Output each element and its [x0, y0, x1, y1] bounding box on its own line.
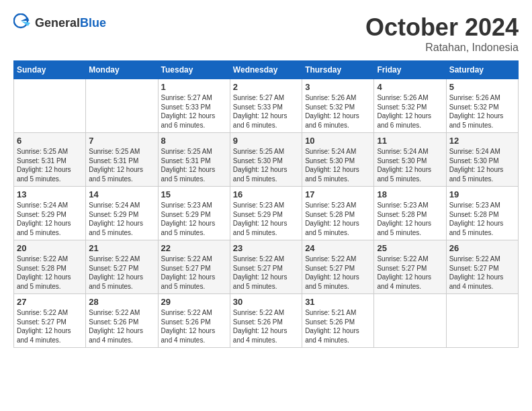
day-number: 7 [89, 136, 154, 146]
day-detail: Sunrise: 5:22 AM Sunset: 5:28 PM Dayligh… [17, 255, 83, 291]
day-detail: Sunrise: 5:22 AM Sunset: 5:26 PM Dayligh… [233, 308, 299, 345]
day-number: 3 [305, 82, 371, 92]
calendar-cell: 21Sunrise: 5:22 AM Sunset: 5:27 PM Dayli… [86, 240, 158, 294]
day-detail: Sunrise: 5:24 AM Sunset: 5:30 PM Dayligh… [377, 147, 443, 183]
day-number: 24 [305, 243, 371, 253]
calendar-table: SundayMondayTuesdayWednesdayThursdayFrid… [13, 60, 519, 348]
day-detail: Sunrise: 5:22 AM Sunset: 5:27 PM Dayligh… [449, 255, 515, 291]
day-number: 12 [449, 136, 515, 146]
day-number: 27 [17, 297, 83, 307]
day-number: 14 [89, 189, 154, 199]
calendar-cell: 8Sunrise: 5:25 AM Sunset: 5:31 PM Daylig… [158, 133, 230, 187]
calendar-cell: 12Sunrise: 5:24 AM Sunset: 5:30 PM Dayli… [446, 133, 518, 187]
day-number: 23 [233, 243, 299, 253]
day-number: 9 [233, 136, 299, 146]
day-detail: Sunrise: 5:22 AM Sunset: 5:27 PM Dayligh… [17, 308, 83, 345]
day-number: 19 [449, 189, 515, 199]
calendar-cell: 27Sunrise: 5:22 AM Sunset: 5:27 PM Dayli… [14, 294, 86, 348]
calendar-cell: 25Sunrise: 5:22 AM Sunset: 5:27 PM Dayli… [374, 240, 446, 294]
calendar-cell: 16Sunrise: 5:23 AM Sunset: 5:29 PM Dayli… [230, 187, 302, 240]
day-number: 11 [377, 136, 443, 146]
day-number: 15 [161, 189, 227, 199]
column-header-monday: Monday [86, 61, 158, 79]
calendar-cell: 13Sunrise: 5:24 AM Sunset: 5:29 PM Dayli… [14, 187, 86, 240]
column-header-friday: Friday [374, 61, 446, 79]
logo-blue: Blue [80, 16, 106, 30]
column-header-thursday: Thursday [302, 61, 374, 79]
calendar-cell: 20Sunrise: 5:22 AM Sunset: 5:28 PM Dayli… [14, 240, 86, 294]
day-number: 5 [449, 82, 515, 92]
calendar-cell: 1Sunrise: 5:27 AM Sunset: 5:33 PM Daylig… [158, 79, 230, 133]
day-number: 2 [233, 82, 299, 92]
calendar-cell: 4Sunrise: 5:26 AM Sunset: 5:32 PM Daylig… [374, 79, 446, 133]
week-row-3: 13Sunrise: 5:24 AM Sunset: 5:29 PM Dayli… [14, 187, 519, 240]
calendar-cell: 28Sunrise: 5:22 AM Sunset: 5:26 PM Dayli… [86, 294, 158, 348]
calendar-cell: 23Sunrise: 5:22 AM Sunset: 5:27 PM Dayli… [230, 240, 302, 294]
calendar-cell: 15Sunrise: 5:23 AM Sunset: 5:29 PM Dayli… [158, 187, 230, 240]
day-detail: Sunrise: 5:25 AM Sunset: 5:31 PM Dayligh… [89, 147, 154, 183]
day-number: 17 [305, 189, 371, 199]
day-number: 6 [17, 136, 83, 146]
calendar-cell: 22Sunrise: 5:22 AM Sunset: 5:27 PM Dayli… [158, 240, 230, 294]
calendar-cell: 30Sunrise: 5:22 AM Sunset: 5:26 PM Dayli… [230, 294, 302, 348]
day-detail: Sunrise: 5:27 AM Sunset: 5:33 PM Dayligh… [233, 93, 299, 130]
day-detail: Sunrise: 5:22 AM Sunset: 5:27 PM Dayligh… [233, 255, 299, 291]
week-row-1: 1Sunrise: 5:27 AM Sunset: 5:33 PM Daylig… [14, 79, 519, 133]
day-detail: Sunrise: 5:22 AM Sunset: 5:26 PM Dayligh… [89, 308, 154, 345]
day-detail: Sunrise: 5:23 AM Sunset: 5:28 PM Dayligh… [305, 201, 371, 237]
day-detail: Sunrise: 5:22 AM Sunset: 5:27 PM Dayligh… [89, 255, 154, 291]
calendar-cell: 2Sunrise: 5:27 AM Sunset: 5:33 PM Daylig… [230, 79, 302, 133]
day-detail: Sunrise: 5:27 AM Sunset: 5:33 PM Dayligh… [161, 93, 227, 130]
column-header-tuesday: Tuesday [158, 61, 230, 79]
day-detail: Sunrise: 5:21 AM Sunset: 5:26 PM Dayligh… [305, 308, 371, 345]
logo-general: General [35, 16, 80, 30]
day-number: 1 [161, 82, 227, 92]
calendar-header-row: SundayMondayTuesdayWednesdayThursdayFrid… [14, 61, 519, 79]
day-number: 21 [89, 243, 154, 253]
calendar-cell: 9Sunrise: 5:25 AM Sunset: 5:30 PM Daylig… [230, 133, 302, 187]
month-title: October 2024 [365, 13, 519, 42]
day-number: 13 [17, 189, 83, 199]
day-number: 25 [377, 243, 443, 253]
day-detail: Sunrise: 5:23 AM Sunset: 5:29 PM Dayligh… [161, 201, 227, 237]
calendar-cell: 24Sunrise: 5:22 AM Sunset: 5:27 PM Dayli… [302, 240, 374, 294]
day-number: 29 [161, 297, 227, 307]
calendar-cell: 10Sunrise: 5:24 AM Sunset: 5:30 PM Dayli… [302, 133, 374, 187]
day-detail: Sunrise: 5:26 AM Sunset: 5:32 PM Dayligh… [377, 93, 443, 130]
day-number: 8 [161, 136, 227, 146]
day-number: 31 [305, 297, 371, 307]
week-row-2: 6Sunrise: 5:25 AM Sunset: 5:31 PM Daylig… [14, 133, 519, 187]
logo-text: GeneralBlue [35, 16, 106, 30]
week-row-4: 20Sunrise: 5:22 AM Sunset: 5:28 PM Dayli… [14, 240, 519, 294]
day-detail: Sunrise: 5:23 AM Sunset: 5:28 PM Dayligh… [449, 201, 515, 237]
page-header: GeneralBlue October 2024 Ratahan, Indone… [13, 13, 519, 54]
calendar-cell [374, 294, 446, 348]
title-block: October 2024 Ratahan, Indonesia [365, 13, 519, 54]
column-header-sunday: Sunday [14, 61, 86, 79]
day-detail: Sunrise: 5:25 AM Sunset: 5:31 PM Dayligh… [161, 147, 227, 183]
day-detail: Sunrise: 5:22 AM Sunset: 5:27 PM Dayligh… [305, 255, 371, 291]
calendar-cell: 7Sunrise: 5:25 AM Sunset: 5:31 PM Daylig… [86, 133, 158, 187]
calendar-cell: 11Sunrise: 5:24 AM Sunset: 5:30 PM Dayli… [374, 133, 446, 187]
day-number: 18 [377, 189, 443, 199]
week-row-5: 27Sunrise: 5:22 AM Sunset: 5:27 PM Dayli… [14, 294, 519, 348]
calendar-cell: 29Sunrise: 5:22 AM Sunset: 5:26 PM Dayli… [158, 294, 230, 348]
day-number: 22 [161, 243, 227, 253]
day-detail: Sunrise: 5:26 AM Sunset: 5:32 PM Dayligh… [305, 93, 371, 130]
calendar-cell: 31Sunrise: 5:21 AM Sunset: 5:26 PM Dayli… [302, 294, 374, 348]
day-detail: Sunrise: 5:22 AM Sunset: 5:27 PM Dayligh… [377, 255, 443, 291]
day-detail: Sunrise: 5:22 AM Sunset: 5:26 PM Dayligh… [161, 308, 227, 345]
calendar-cell: 17Sunrise: 5:23 AM Sunset: 5:28 PM Dayli… [302, 187, 374, 240]
day-detail: Sunrise: 5:23 AM Sunset: 5:28 PM Dayligh… [377, 201, 443, 237]
logo-icon [13, 13, 32, 32]
column-header-saturday: Saturday [446, 61, 518, 79]
calendar-cell: 5Sunrise: 5:26 AM Sunset: 5:32 PM Daylig… [446, 79, 518, 133]
column-header-wednesday: Wednesday [230, 61, 302, 79]
location-title: Ratahan, Indonesia [365, 42, 519, 54]
day-number: 28 [89, 297, 154, 307]
calendar-cell [446, 294, 518, 348]
day-detail: Sunrise: 5:24 AM Sunset: 5:30 PM Dayligh… [305, 147, 371, 183]
day-number: 20 [17, 243, 83, 253]
day-number: 26 [449, 243, 515, 253]
day-detail: Sunrise: 5:24 AM Sunset: 5:30 PM Dayligh… [449, 147, 515, 183]
